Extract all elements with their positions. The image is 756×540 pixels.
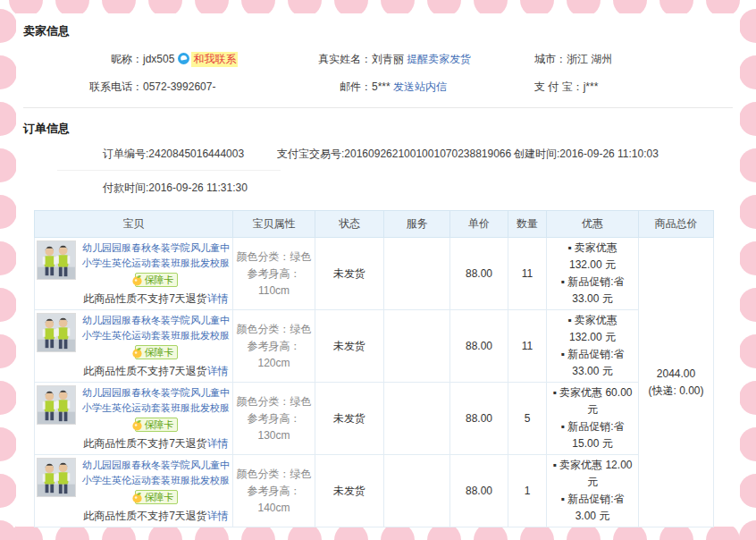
guarantee-badge: 保障卡 bbox=[135, 418, 178, 432]
discount-item: 新品促销:省 3.00 元 bbox=[550, 491, 634, 525]
email-label: 邮件： bbox=[300, 80, 372, 95]
unit-price-cell: 88.00 bbox=[450, 238, 508, 310]
header-item: 宝贝 bbox=[35, 211, 233, 238]
product-thumbnail[interactable] bbox=[37, 458, 76, 497]
paid-time-label: 付款时间: bbox=[103, 181, 148, 194]
seller-info-row-2: 联系电话：0572-3992607- 邮件：5*** 发送站内信 支 付 宝：j… bbox=[21, 80, 735, 95]
product-title-link[interactable]: 幼儿园园服春秋冬装学院风儿童中小学生英伦运动套装班服批发校服 bbox=[81, 458, 231, 488]
header-total-price: 商品总价 bbox=[639, 211, 714, 238]
alipay-value: j*** bbox=[584, 80, 599, 93]
attributes-cell: 颜色分类：绿色 参考身高：140cm bbox=[233, 455, 315, 527]
grand-total: 订单总金额：2044.00元 bbox=[21, 527, 735, 540]
discount-item: 卖家优惠 132.00 元 bbox=[550, 240, 634, 274]
wangwang-icon[interactable] bbox=[178, 53, 189, 64]
detail-link[interactable]: 详情 bbox=[207, 365, 229, 377]
discount-item: 卖家优惠 132.00 元 bbox=[550, 312, 634, 346]
status-cell: 未发货 bbox=[315, 455, 384, 527]
seller-section-title: 卖家信息 bbox=[23, 23, 735, 39]
guarantee-badge: 保障卡 bbox=[135, 345, 178, 359]
items-total-value: 2044.00 bbox=[641, 366, 711, 383]
status-cell: 未发货 bbox=[315, 238, 384, 310]
product-thumbnail[interactable] bbox=[37, 240, 76, 280]
product-title-link[interactable]: 幼儿园园服春秋冬装学院风儿童中小学生英伦运动套装班服批发校服 bbox=[81, 385, 231, 416]
email-value: 5*** bbox=[372, 80, 391, 93]
phone-value: 0572-3992607- bbox=[143, 80, 215, 93]
table-header-row: 宝贝 宝贝属性 状态 服务 单价 数量 优惠 商品总价 bbox=[35, 211, 714, 238]
discount-item: 新品促销:省 15.00 元 bbox=[550, 418, 634, 452]
remind-seller-ship-link[interactable]: 提醒卖家发货 bbox=[407, 53, 471, 65]
attr-color: 颜色分类：绿色 bbox=[235, 321, 313, 338]
detail-link[interactable]: 详情 bbox=[207, 510, 229, 522]
table-row: 幼儿园园服春秋冬装学院风儿童中小学生英伦运动套装班服批发校服 保障卡 此商品性质… bbox=[35, 383, 714, 455]
discount-cell: 卖家优惠 12.00 元 新品促销:省 3.00 元 bbox=[547, 455, 639, 527]
unit-price-cell: 88.00 bbox=[450, 455, 508, 527]
no-return-note: 此商品性质不支持7天退货 bbox=[83, 292, 207, 305]
attr-color: 颜色分类：绿色 bbox=[235, 393, 313, 410]
product-cell: 幼儿园园服春秋冬装学院风儿童中小学生英伦运动套装班服批发校服 保障卡 此商品性质… bbox=[35, 455, 233, 527]
header-discount: 优惠 bbox=[547, 211, 639, 238]
attr-color: 颜色分类：绿色 bbox=[235, 466, 313, 483]
seller-info-row-1: 昵称：jdx505和我联系 真实姓名：刘青丽 提醒卖家发货 城市：浙江 湖州 bbox=[21, 52, 735, 67]
quantity-cell: 11 bbox=[508, 238, 547, 310]
status-cell: 未发货 bbox=[315, 310, 384, 383]
table-row: 幼儿园园服春秋冬装学院风儿童中小学生英伦运动套装班服批发校服 保障卡 此商品性质… bbox=[35, 310, 714, 383]
attr-height: 参考身高：130cm bbox=[235, 410, 313, 444]
nickname-value: jdx505 bbox=[143, 53, 174, 65]
service-cell bbox=[384, 310, 450, 383]
discount-cell: 卖家优惠 60.00 元 新品促销:省 15.00 元 bbox=[547, 383, 639, 455]
unit-price-cell: 88.00 bbox=[450, 310, 508, 383]
order-info-row-2: 付款时间:2016-09-26 11:31:30 bbox=[21, 181, 735, 196]
real-name-label: 真实姓名： bbox=[300, 52, 372, 67]
status-cell: 未发货 bbox=[315, 383, 384, 455]
product-thumbnail[interactable] bbox=[37, 385, 76, 425]
product-title-link[interactable]: 幼儿园园服春秋冬装学院风儿童中小学生英伦运动套装班服批发校服 bbox=[81, 240, 231, 271]
contact-me-badge[interactable]: 和我联系 bbox=[191, 52, 238, 67]
order-detail-panel: 卖家信息 昵称：jdx505和我联系 真实姓名：刘青丽 提醒卖家发货 城市：浙江… bbox=[16, 13, 740, 527]
no-return-note: 此商品性质不支持7天退货 bbox=[83, 437, 207, 450]
shipping-note: (快递: 0.00) bbox=[641, 383, 711, 400]
service-cell bbox=[384, 238, 450, 310]
attr-color: 颜色分类：绿色 bbox=[235, 249, 313, 266]
discount-cell: 卖家优惠 132.00 元 新品促销:省 33.00 元 bbox=[547, 310, 639, 383]
service-cell bbox=[384, 455, 450, 527]
order-row-divider bbox=[57, 170, 281, 171]
real-name-value: 刘青丽 bbox=[372, 53, 404, 65]
attributes-cell: 颜色分类：绿色 参考身高：120cm bbox=[233, 310, 315, 383]
order-info-row-1: 订单编号:2420845016444003支付宝交易号:201609262100… bbox=[21, 147, 735, 162]
section-divider bbox=[23, 107, 733, 108]
quantity-cell: 5 bbox=[508, 383, 547, 455]
nickname-label: 昵称： bbox=[21, 52, 143, 67]
guarantee-badge: 保障卡 bbox=[135, 273, 178, 287]
no-return-note: 此商品性质不支持7天退货 bbox=[83, 510, 207, 522]
order-items-table: 宝贝 宝贝属性 状态 服务 单价 数量 优惠 商品总价 幼儿园园服春秋冬装学院风… bbox=[34, 210, 714, 527]
alipay-trade-value: 2016092621001001070238819066 bbox=[344, 148, 511, 160]
discount-item: 新品促销:省 33.00 元 bbox=[550, 346, 634, 380]
header-attributes: 宝贝属性 bbox=[233, 211, 315, 238]
product-cell: 幼儿园园服春秋冬装学院风儿童中小学生英伦运动套装班服批发校服 保障卡 此商品性质… bbox=[35, 238, 233, 310]
discount-cell: 卖家优惠 132.00 元 新品促销:省 33.00 元 bbox=[547, 238, 639, 310]
alipay-label: 支 付 宝： bbox=[534, 80, 584, 93]
header-status: 状态 bbox=[315, 211, 384, 238]
guarantee-icon bbox=[131, 492, 143, 503]
attr-height: 参考身高：120cm bbox=[235, 338, 313, 372]
detail-link[interactable]: 详情 bbox=[207, 292, 229, 305]
attr-height: 参考身高：110cm bbox=[235, 266, 313, 300]
order-total-cell: 2044.00 (快递: 0.00) bbox=[639, 238, 714, 527]
header-unit-price: 单价 bbox=[450, 211, 508, 238]
quantity-cell: 11 bbox=[508, 310, 547, 383]
detail-link[interactable]: 详情 bbox=[207, 437, 229, 450]
product-cell: 幼儿园园服春秋冬装学院风儿童中小学生英伦运动套装班服批发校服 保障卡 此商品性质… bbox=[35, 383, 233, 455]
attr-height: 参考身高：140cm bbox=[235, 483, 313, 517]
paid-time-value: 2016-09-26 11:31:30 bbox=[148, 181, 248, 194]
product-thumbnail[interactable] bbox=[37, 313, 76, 352]
product-cell: 幼儿园园服春秋冬装学院风儿童中小学生英伦运动套装班服批发校服 保障卡 此商品性质… bbox=[35, 310, 233, 383]
product-title-link[interactable]: 幼儿园园服春秋冬装学院风儿童中小学生英伦运动套装班服批发校服 bbox=[81, 313, 231, 343]
quantity-cell: 1 bbox=[508, 455, 547, 527]
discount-item: 新品促销:省 33.00 元 bbox=[550, 274, 634, 308]
service-cell bbox=[384, 383, 450, 455]
discount-item: 卖家优惠 12.00 元 bbox=[550, 457, 634, 491]
city-value: 浙江 湖州 bbox=[567, 53, 612, 65]
header-quantity: 数量 bbox=[508, 211, 547, 238]
no-return-note: 此商品性质不支持7天退货 bbox=[83, 365, 207, 377]
send-message-link[interactable]: 发送站内信 bbox=[393, 80, 447, 93]
